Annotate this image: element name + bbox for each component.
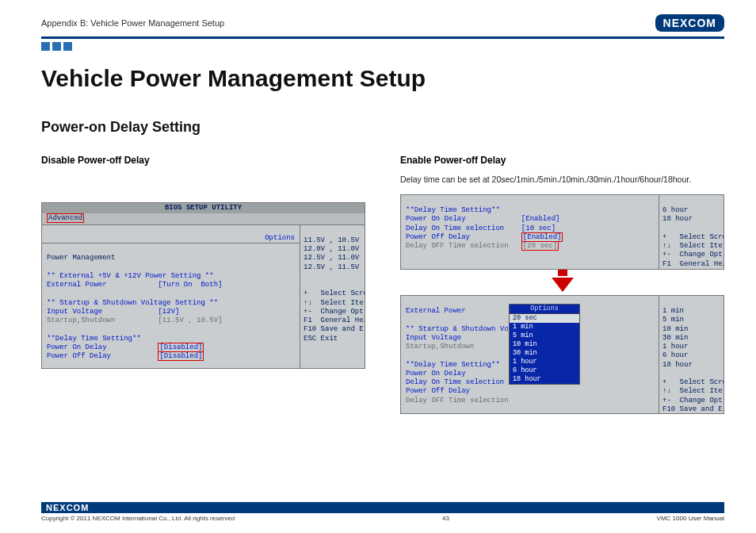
side-top-vals: 6 hour 18 hour xyxy=(662,206,693,223)
group-delay-top: **Delay Time Setting** xyxy=(406,206,500,214)
pon-label-top: Power On Delay xyxy=(406,215,466,223)
group-delay: **Delay Time Setting** xyxy=(47,335,141,343)
side-help: + Select Scre ↑↓ Select Ite +- Change Op… xyxy=(304,290,365,342)
copyright: Copyright © 2011 NEXCOM International Co… xyxy=(41,515,235,522)
pon-label-b: Power On Delay xyxy=(406,370,466,378)
popup-option[interactable]: 1 min xyxy=(510,323,579,332)
popup-option[interactable]: 10 min xyxy=(510,340,579,349)
side-voltages: 11.5V , 10.5V 12.0V , 11.0V 12.5V , 11.0… xyxy=(304,236,359,271)
popup-option[interactable]: 6 hour xyxy=(510,366,579,375)
popup-option[interactable]: 18 hour xyxy=(510,375,579,384)
pon-time-value-top[interactable]: [10 sec] xyxy=(521,224,556,232)
page-number: 43 xyxy=(442,515,449,522)
input-voltage-label: Input Voltage xyxy=(47,308,102,316)
popup-option[interactable]: 1 hour xyxy=(510,358,579,366)
page-title: Vehicle Power Management Setup xyxy=(41,65,724,92)
group-ext-power: ** External +5V & +12V Power Setting ** xyxy=(47,272,214,280)
poff-label-top: Power Off Delay xyxy=(406,233,470,241)
decorative-squares xyxy=(41,42,724,51)
ext-power-value[interactable]: [Turn On Both] xyxy=(158,281,222,289)
ext-power-label: External Power xyxy=(47,281,107,289)
bios-screenshot-enable-top: **Delay Time Setting** Power On Delay [E… xyxy=(400,194,724,270)
poff-value-top[interactable]: [Enabled] xyxy=(521,232,563,242)
arrow-down-icon xyxy=(400,270,724,292)
bios-tab-advanced[interactable]: Advanced xyxy=(47,213,84,223)
brand-logo: NEXCOM xyxy=(655,14,724,32)
manual-name: VMC 1000 User Manual xyxy=(657,515,724,522)
input-voltage-value[interactable]: [12V] xyxy=(158,308,179,316)
delay-options-popup[interactable]: Options 20 sec 1 min 5 min 10 min 30 min… xyxy=(509,304,580,385)
poff-label-b: Power Off Delay xyxy=(406,387,470,395)
group-startup: ** Startup & Shutdown Voltage Setting ** xyxy=(47,299,218,307)
section-heading: Power-on Delay Setting xyxy=(41,119,724,136)
group-power-mgmt: Power Management xyxy=(47,254,115,262)
popup-header: Options xyxy=(510,305,579,314)
startup-b: Startup,Shutdown xyxy=(406,343,474,351)
side-bottom-help: + Select Scre ↑↓ Select Ite +- Change Op… xyxy=(662,378,724,413)
side-top-help: + Select Scre ↑↓ Select Ite +- Change Op… xyxy=(662,233,724,269)
right-subheading: Enable Power-off Delay xyxy=(400,155,724,166)
bios-screenshot-enable-bottom: External Power [Turn On Both] ** Startup… xyxy=(400,295,724,414)
bios-title: BIOS SETUP UTILITY xyxy=(42,203,365,213)
header-rule xyxy=(41,36,724,39)
group-startup-b: ** Startup & Shutdown Volta xyxy=(406,325,521,333)
left-subheading: Disable Power-off Delay xyxy=(41,155,365,166)
startup-label: Startup,Shutdown xyxy=(47,316,115,324)
delay-description: Delay time can be set at 20sec/1min./5mi… xyxy=(400,174,724,186)
appendix-label: Appendix B: Vehicle Power Management Set… xyxy=(41,18,224,28)
poff-time-value-top[interactable]: [20 sec] xyxy=(521,241,559,251)
power-off-delay-value[interactable]: [Disabled] xyxy=(158,351,204,361)
footer-logo: NEXCOM xyxy=(46,503,89,512)
pon-value-top[interactable]: [Enabled] xyxy=(521,215,560,223)
poff-time-label-b: Delay OFF Time selection xyxy=(406,397,509,405)
poff-time-label-top: Delay OFF Time selection xyxy=(406,242,509,250)
side-bottom-vals: 1 min 5 min 10 min 30 min 1 hour 6 hour … xyxy=(662,307,693,369)
ext-power-label-b: External Power xyxy=(406,307,466,315)
footer-bar: NEXCOM xyxy=(41,502,724,513)
popup-option[interactable]: 5 min xyxy=(510,332,579,340)
popup-option-selected[interactable]: 20 sec xyxy=(510,314,579,323)
group-delay-b: **Delay Time Setting** xyxy=(406,361,500,369)
startup-value[interactable]: [11.5V , 10.5V] xyxy=(158,316,222,324)
pon-time-label-top: Delay On Time selection xyxy=(406,224,504,232)
power-on-delay-value[interactable]: [Disabled] xyxy=(158,343,204,352)
power-off-delay-label: Power Off Delay xyxy=(47,352,111,360)
pon-time-label-b: Delay On Time selection xyxy=(406,378,504,386)
power-on-delay-label: Power On Delay xyxy=(47,343,107,351)
input-voltage-b: Input Voltage xyxy=(406,334,461,342)
popup-option[interactable]: 30 min xyxy=(510,349,579,358)
bios-screenshot-disable: BIOS SETUP UTILITY Advanced Options Powe… xyxy=(41,202,365,369)
options-header: Options xyxy=(42,234,300,243)
